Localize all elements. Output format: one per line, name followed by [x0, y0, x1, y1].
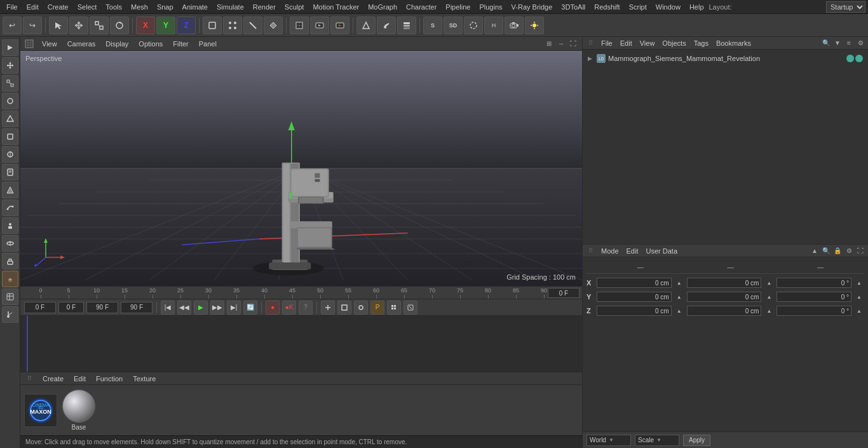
- attr-search-icon[interactable]: 🔍: [821, 246, 831, 256]
- move-tool-button[interactable]: [69, 17, 88, 34]
- viewport-canvas[interactable]: Perspective Gri: [20, 51, 582, 286]
- attr-rot-y-arrow[interactable]: ▲: [854, 292, 864, 302]
- rotate-tool-button[interactable]: [110, 17, 129, 34]
- vp-menu-panel[interactable]: Panel: [196, 40, 219, 48]
- om-menu-view[interactable]: View: [638, 39, 657, 47]
- attr-menu-mode[interactable]: Mode: [599, 247, 621, 255]
- prev-frame-button[interactable]: ◀◀: [177, 301, 191, 315]
- sidebar-btn-12[interactable]: [2, 235, 18, 252]
- attr-lock-icon[interactable]: 🔒: [832, 246, 843, 256]
- sidebar-btn-11[interactable]: [2, 217, 18, 234]
- om-layers-icon[interactable]: ≡: [844, 38, 854, 48]
- om-menu-bookmarks[interactable]: Bookmarks: [714, 39, 753, 47]
- attr-size-x-arrow[interactable]: ▲: [764, 278, 774, 288]
- transport-btn-move[interactable]: [321, 301, 335, 315]
- attr-size-z-field[interactable]: 0 cm: [687, 306, 762, 316]
- material-menu-function[interactable]: Function: [94, 375, 125, 383]
- vp-menu-display[interactable]: Display: [103, 40, 131, 48]
- goto-end-button[interactable]: ▶|: [227, 301, 241, 315]
- light-btn[interactable]: [525, 17, 544, 34]
- end-frame2-input[interactable]: [121, 302, 153, 313]
- attr-pos-z-arrow[interactable]: ▲: [674, 306, 684, 316]
- render-view-button[interactable]: [310, 17, 329, 34]
- menu-tools[interactable]: Tools: [102, 2, 126, 12]
- menu-mesh[interactable]: Mesh: [127, 2, 152, 12]
- menu-snap[interactable]: Snap: [153, 2, 177, 12]
- poly-mode-button[interactable]: [264, 17, 283, 34]
- world-dropdown[interactable]: World ▼: [587, 435, 631, 446]
- om-expand-icon[interactable]: ▶: [588, 55, 594, 62]
- start-frame-input[interactable]: [24, 302, 56, 313]
- sidebar-btn-9[interactable]: [2, 182, 18, 198]
- edges-mode-button[interactable]: [243, 17, 262, 34]
- z-axis-button[interactable]: Z: [177, 17, 196, 34]
- attr-expand-icon[interactable]: ⛶: [855, 246, 865, 256]
- om-filter-icon[interactable]: ▼: [832, 38, 843, 48]
- menu-edit[interactable]: Edit: [23, 2, 43, 12]
- transport-btn-grid[interactable]: [387, 301, 401, 315]
- auto-key-button[interactable]: ●K: [282, 301, 296, 315]
- sidebar-rotate-btn[interactable]: [2, 93, 18, 109]
- om-search-icon[interactable]: 🔍: [821, 38, 831, 48]
- material-menu-create[interactable]: Create: [41, 375, 65, 383]
- menu-help[interactable]: Help: [686, 2, 708, 12]
- sidebar-arrow-btn[interactable]: [2, 39, 18, 56]
- scale-tool-button[interactable]: [90, 17, 109, 34]
- layout-select[interactable]: Startup: [826, 1, 865, 13]
- current-frame-input[interactable]: 0 F: [548, 288, 580, 298]
- menu-create[interactable]: Create: [44, 2, 72, 12]
- attr-menu-edit[interactable]: Edit: [625, 247, 641, 255]
- vp-menu-view[interactable]: View: [39, 40, 60, 48]
- sidebar-scale-btn[interactable]: [2, 75, 18, 92]
- om-visible-btn[interactable]: [846, 55, 854, 62]
- menu-character[interactable]: Character: [402, 2, 440, 12]
- sidebar-btn-5[interactable]: [2, 111, 18, 127]
- start-frame2-input[interactable]: [58, 302, 84, 313]
- subdivide-btn[interactable]: SD: [444, 17, 463, 34]
- undo-button[interactable]: ↩: [3, 17, 22, 34]
- play-button[interactable]: ▶: [194, 301, 208, 315]
- render-button[interactable]: [330, 17, 349, 34]
- vp-menu-options[interactable]: Options: [136, 40, 165, 48]
- menu-redshift[interactable]: Redshift: [590, 2, 623, 12]
- goto-start-button[interactable]: |◀: [161, 301, 175, 315]
- sidebar-btn-13[interactable]: [2, 253, 18, 269]
- scale-dropdown[interactable]: Scale ▼: [635, 435, 679, 446]
- transport-btn-rotate[interactable]: [354, 301, 368, 315]
- sidebar-btn-7[interactable]: [2, 146, 18, 163]
- attr-pos-x-arrow[interactable]: ▲: [674, 278, 684, 288]
- attr-up-icon[interactable]: ▲: [810, 246, 820, 256]
- attr-size-x-field[interactable]: 0 cm: [687, 278, 762, 288]
- attr-settings-icon[interactable]: ⚙: [844, 246, 854, 256]
- material-item[interactable]: Base: [62, 390, 95, 431]
- vp-icon-fullscreen[interactable]: ⛶: [568, 39, 578, 49]
- transport-btn-box[interactable]: [337, 301, 351, 315]
- om-settings-icon[interactable]: ⚙: [855, 38, 865, 48]
- menu-3dtoall[interactable]: 3DToAll: [557, 2, 589, 12]
- om-menu-file[interactable]: File: [599, 39, 614, 47]
- sidebar-btn-6[interactable]: [2, 128, 18, 145]
- attr-rot-z-arrow[interactable]: ▲: [854, 306, 864, 316]
- menu-sculpt[interactable]: Sculpt: [281, 2, 308, 12]
- attr-size-y-field[interactable]: 0 cm: [687, 292, 762, 302]
- sidebar-move-btn[interactable]: [2, 57, 18, 74]
- menu-select[interactable]: Select: [74, 2, 101, 12]
- menu-script[interactable]: Script: [625, 2, 651, 12]
- vp-menu-filter[interactable]: Filter: [170, 40, 191, 48]
- sidebar-btn-14[interactable]: [2, 271, 18, 287]
- object-mode-button[interactable]: [203, 17, 222, 34]
- menu-simulate[interactable]: Simulate: [213, 2, 248, 12]
- om-render-btn[interactable]: [855, 55, 863, 62]
- om-menu-edit[interactable]: Edit: [618, 39, 634, 47]
- deform-btn[interactable]: [464, 17, 483, 34]
- record-button[interactable]: ●: [266, 301, 280, 315]
- hair-btn[interactable]: H: [484, 17, 503, 34]
- menu-pipeline[interactable]: Pipeline: [442, 2, 474, 12]
- menu-window[interactable]: Window: [652, 2, 684, 12]
- material-sphere[interactable]: [62, 390, 95, 423]
- help-button[interactable]: ?: [299, 301, 313, 315]
- attr-pos-y-arrow[interactable]: ▲: [674, 292, 684, 302]
- next-frame-button[interactable]: ▶▶: [210, 301, 224, 315]
- render-region-button[interactable]: [290, 17, 309, 34]
- menu-animate[interactable]: Animate: [179, 2, 212, 12]
